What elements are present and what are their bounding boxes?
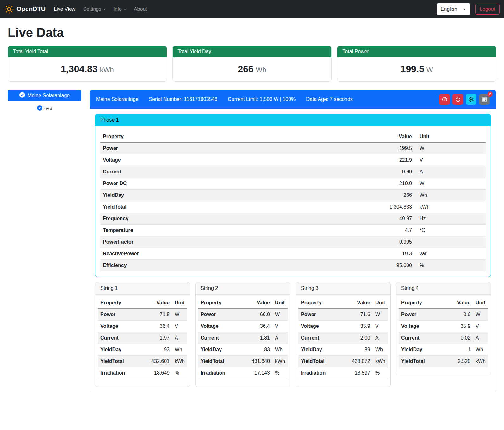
table-row: YieldTotal 2.520 kWh	[399, 356, 488, 367]
navbar: OpenDTU Live View Settings Info About En…	[0, 0, 504, 18]
unit-cell	[414, 236, 486, 248]
property-cell: Current	[98, 332, 147, 344]
string-card-2: String 2 Property Value Unit	[195, 282, 290, 387]
property-cell: Voltage	[198, 321, 247, 332]
journal-text-icon	[482, 97, 488, 103]
property-cell: YieldDay	[298, 344, 347, 356]
property-cell: Efficiency	[100, 260, 373, 271]
chevron-down-icon	[124, 9, 126, 10]
value-cell: 2.00	[347, 332, 373, 344]
value-cell: 35.9	[347, 321, 373, 332]
unit-cell: V	[473, 321, 488, 332]
nav-about-label: About	[134, 6, 147, 12]
table-row: YieldDay 83 Wh	[198, 344, 288, 356]
property-cell: YieldDay	[98, 344, 147, 356]
property-cell: Power	[98, 309, 147, 321]
phase-card-body: Property Value Unit Power	[95, 126, 491, 277]
property-cell: YieldTotal	[298, 356, 347, 367]
table-row: Frequency 49.97 Hz	[100, 213, 486, 225]
x-circle-icon[interactable]	[37, 105, 42, 112]
inverter-sidebar: Meine Solaranlage test	[8, 90, 81, 112]
event-log-button[interactable]: 2	[479, 94, 490, 105]
brand[interactable]: OpenDTU	[4, 4, 46, 14]
chevron-down-icon	[464, 9, 466, 10]
table-row: Voltage 36.4 V	[198, 321, 288, 332]
table-row: YieldTotal 438.072 kWh	[298, 356, 388, 367]
power-button[interactable]	[452, 94, 463, 105]
unit-cell: V	[373, 321, 388, 332]
unit-cell: %	[272, 367, 288, 379]
inverter-panel-body: Phase 1 Property Value Unit	[90, 109, 496, 392]
nav-about[interactable]: About	[130, 4, 151, 15]
table-row: YieldTotal 431.640 kWh	[198, 356, 288, 367]
limit-settings-button[interactable]	[439, 94, 450, 105]
nav-settings[interactable]: Settings	[79, 4, 109, 15]
table-row: YieldTotal 432.601 kWh	[98, 356, 187, 367]
table-row: Power 71.8 W	[98, 309, 187, 321]
unit-cell: V	[414, 154, 486, 166]
table-row: ReactivePower 19.3 var	[100, 248, 486, 260]
content-row: Meine Solaranlage test Meine Solaranlage…	[8, 90, 496, 392]
device-info-button[interactable]	[466, 94, 476, 105]
card-total-yield-day: Total Yield Day 266Wh	[172, 46, 332, 82]
value-cell: 0.6	[448, 309, 473, 321]
string-card-body: Property Value Unit Power	[196, 295, 290, 387]
inverter-item-test-label: test	[44, 106, 52, 111]
cpu-icon	[468, 97, 474, 103]
inverter-select-button[interactable]: Meine Solaranlage	[8, 90, 81, 101]
column-header-property: Property	[399, 297, 448, 309]
string-card-title: String 4	[396, 282, 491, 295]
value-cell: 49.97	[373, 213, 414, 225]
column-header-property: Property	[298, 297, 347, 309]
inverter-panel: Meine Solaranlage Serial Number: 1161716…	[90, 90, 496, 392]
value-cell: 432.601	[147, 356, 172, 367]
phase-table: Property Value Unit Power	[100, 131, 486, 271]
strings-row: String 1 Property Value Unit	[95, 282, 491, 387]
string-card-3: String 3 Property Value Unit	[296, 282, 391, 387]
property-cell: Power	[399, 309, 448, 321]
nav-info[interactable]: Info	[109, 4, 130, 15]
nav-live-view[interactable]: Live View	[50, 4, 79, 15]
table-row: Temperature 4.7 °C	[100, 225, 486, 236]
table-row: PowerFactor 0.995	[100, 236, 486, 248]
table-row: Voltage 221.9 V	[100, 154, 486, 166]
value-cell: 0.02	[448, 332, 473, 344]
column-header-unit: Unit	[414, 131, 486, 143]
column-header-value: Value	[448, 297, 473, 309]
page-container: Live Data Total Yield Total 1,304.83kWh …	[0, 18, 504, 400]
property-cell: Voltage	[399, 321, 448, 332]
property-cell: YieldTotal	[98, 356, 147, 367]
value-cell: 2.520	[448, 356, 473, 367]
nav-settings-label: Settings	[83, 6, 101, 12]
logout-button[interactable]: Logout	[475, 4, 500, 15]
card-title: Total Yield Day	[173, 46, 332, 57]
unit-cell: Wh	[272, 344, 288, 356]
inverter-item-test[interactable]: test	[8, 105, 81, 112]
unit-cell: Wh	[172, 344, 187, 356]
value-cell: 66.0	[247, 309, 272, 321]
card-value: 199.5	[401, 64, 424, 74]
unit-cell: %	[172, 367, 187, 379]
unit-cell: kWh	[272, 356, 288, 367]
property-cell: Voltage	[298, 321, 347, 332]
table-row: Current 0.02 A	[399, 332, 488, 344]
unit-cell: °C	[414, 225, 486, 236]
unit-cell: kWh	[414, 201, 486, 213]
table-row: Current 1.81 A	[198, 332, 288, 344]
unit-cell: V	[272, 321, 288, 332]
property-cell: Power	[298, 309, 347, 321]
value-cell: 19.3	[373, 248, 414, 260]
value-cell: 431.640	[247, 356, 272, 367]
unit-cell: A	[373, 332, 388, 344]
table-row: YieldDay 266 Wh	[100, 190, 486, 201]
property-cell: Temperature	[100, 225, 373, 236]
language-select[interactable]: English	[437, 3, 470, 15]
unit-cell: %	[414, 260, 486, 271]
table-row: Power 66.0 W	[198, 309, 288, 321]
table-row: Irradiation 17.143 %	[198, 367, 288, 379]
table-row: Voltage 35.9 V	[399, 321, 488, 332]
table-row: YieldDay 89 Wh	[298, 344, 388, 356]
value-cell: 83	[247, 344, 272, 356]
property-cell: Irradiation	[98, 367, 147, 379]
check-circle-icon	[19, 92, 25, 99]
